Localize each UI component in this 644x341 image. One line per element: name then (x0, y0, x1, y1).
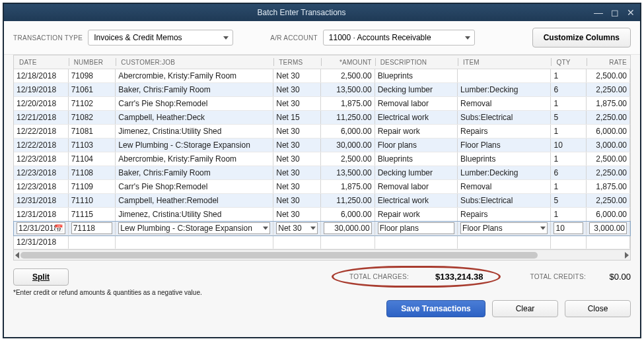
cell-input[interactable]: Floor Plans (460, 222, 548, 234)
footer-note: *Enter credit or refund amounts & quanti… (4, 289, 640, 300)
cell-input[interactable]: Lew Plumbing - C:Storage Expansion (118, 222, 270, 234)
col-description[interactable]: DESCRIPTION (375, 55, 458, 69)
cell: 71102 (69, 97, 116, 110)
col-terms[interactable]: TERMS (273, 55, 321, 69)
cell: 12/23/2018 (14, 152, 69, 166)
cell: 2,250.00 (587, 111, 630, 124)
cell-input[interactable]: 12/31/2018📅 (17, 222, 65, 234)
cell: Blueprints (458, 152, 551, 166)
cell: 12/21/2018 (14, 111, 69, 124)
batch-enter-window: Batch Enter Transactions — ◻ ✕ TRANSACTI… (3, 3, 641, 338)
cell: 6,000.00 (321, 125, 375, 138)
cell (375, 235, 458, 249)
col-qty[interactable]: QTY (551, 55, 587, 69)
transaction-type-dropdown[interactable]: Invoices & Credit Memos (88, 30, 233, 46)
close-icon[interactable]: ✕ (627, 7, 635, 18)
table-row[interactable]: 12/18/201871098Abercrombie, Kristy:Famil… (14, 69, 630, 83)
transactions-grid: DATE NUMBER CUSTOMER:JOB TERMS *AMOUNT D… (13, 55, 631, 250)
clear-button[interactable]: Clear (492, 300, 558, 317)
cell: Electrical work (375, 194, 458, 207)
table-row[interactable]: 12/23/201871109Carr's Pie Shop:RemodelNe… (14, 180, 630, 194)
col-customer[interactable]: CUSTOMER:JOB (116, 55, 273, 69)
cell: 6,000.00 (321, 208, 375, 221)
ar-account-label: A/R ACCOUNT (270, 34, 318, 42)
cell-input[interactable]: 3,000.00 (589, 222, 627, 234)
col-item[interactable]: ITEM (458, 55, 551, 69)
total-charges-label: TOTAL CHARGES: (349, 273, 409, 280)
table-row[interactable]: 12/31/201871115Jimenez, Cristina:Utility… (14, 208, 630, 222)
table-row[interactable]: 12/31/2018📅71118Lew Plumbing - C:Storage… (14, 222, 630, 235)
cell (458, 235, 551, 249)
close-button[interactable]: Close (565, 300, 631, 317)
table-row[interactable]: 12/31/2018 (14, 235, 630, 249)
table-row[interactable]: 12/31/201871110Campbell, Heather:Remodel… (14, 194, 630, 208)
cell (69, 235, 116, 249)
cell: 2,250.00 (587, 166, 630, 179)
cell-input[interactable]: Net 30 (276, 222, 318, 234)
table-row[interactable]: 12/21/201871082Campbell, Heather:DeckNet… (14, 111, 630, 125)
table-row[interactable]: 12/20/201871102Carr's Pie Shop:RemodelNe… (14, 97, 630, 111)
scrollbar-thumb[interactable] (20, 252, 538, 259)
chevron-down-icon (310, 227, 316, 230)
table-row[interactable]: 12/19/201871061Baker, Chris:Family RoomN… (14, 83, 630, 97)
cell[interactable]: 3,000.00 (587, 222, 630, 235)
col-date[interactable]: DATE (14, 55, 69, 69)
cell: 71082 (69, 111, 116, 124)
toolbar: TRANSACTION TYPE Invoices & Credit Memos… (4, 21, 640, 55)
cell: Net 30 (273, 166, 321, 179)
cell[interactable]: Floor plans (375, 222, 458, 235)
cell-input[interactable]: Floor plans (378, 222, 454, 234)
cell-input[interactable]: 10 (554, 222, 583, 234)
cell[interactable]: Floor Plans (458, 222, 551, 235)
cell[interactable]: 10 (551, 222, 587, 235)
horizontal-scrollbar[interactable] (13, 250, 631, 261)
col-number[interactable]: NUMBER (69, 55, 116, 69)
customize-columns-button[interactable]: Customize Columns (532, 28, 631, 47)
cell-input[interactable]: 30,000.00 (324, 222, 372, 234)
maximize-icon[interactable]: ◻ (611, 7, 619, 18)
scroll-right-icon[interactable] (625, 252, 629, 259)
cell: 12/20/2018 (14, 97, 69, 110)
table-row[interactable]: 12/22/201871103Lew Plumbing - C:Storage … (14, 139, 630, 152)
cell: 12/31/2018 (14, 208, 69, 221)
cell[interactable]: Net 30 (273, 222, 321, 235)
chevron-down-icon (540, 227, 546, 230)
save-transactions-button[interactable]: Save Transactions (386, 300, 485, 317)
cell: Electrical work (375, 111, 458, 124)
cell (458, 69, 551, 82)
table-row[interactable]: 12/22/201871081Jimenez, Cristina:Utility… (14, 125, 630, 139)
scroll-left-icon[interactable] (15, 252, 19, 259)
total-credits-value: $0.00 (591, 272, 631, 282)
cell-input[interactable]: 71118 (71, 222, 113, 234)
cell: Net 30 (273, 139, 321, 152)
cell: 5 (551, 111, 587, 124)
split-button[interactable]: Split (13, 268, 69, 286)
cell[interactable]: 71118 (69, 222, 116, 235)
cell: Baker, Chris:Family Room (116, 83, 273, 96)
cell: Subs:Electrical (458, 194, 551, 207)
cell: Jimenez, Cristina:Utility Shed (116, 125, 273, 138)
col-rate[interactable]: RATE (587, 55, 630, 69)
cell[interactable]: 12/31/2018📅 (14, 222, 69, 235)
calendar-icon[interactable]: 📅 (54, 224, 63, 233)
cell: Abercrombie, Kristy:Family Room (116, 69, 273, 82)
cell[interactable]: 30,000.00 (321, 222, 375, 235)
col-amount[interactable]: *AMOUNT (321, 55, 375, 69)
cell: 71103 (69, 139, 116, 152)
cell: Carr's Pie Shop:Remodel (116, 97, 273, 110)
cell: 1 (551, 180, 587, 193)
cell: 1 (551, 152, 587, 166)
cell: Removal labor (375, 180, 458, 193)
cell: Removal (458, 180, 551, 193)
cell: 71098 (69, 69, 116, 82)
cell: Net 30 (273, 125, 321, 138)
ar-account-dropdown[interactable]: 11000 · Accounts Receivable (323, 30, 475, 46)
cell: Floor Plans (458, 139, 551, 152)
cell[interactable]: Lew Plumbing - C:Storage Expansion (116, 222, 273, 235)
cell: 71109 (69, 180, 116, 193)
minimize-icon[interactable]: — (594, 7, 603, 18)
table-row[interactable]: 12/23/201871104Abercrombie, Kristy:Famil… (14, 152, 630, 166)
cell: Repairs (458, 208, 551, 221)
cell: 11,250.00 (321, 111, 375, 124)
table-row[interactable]: 12/23/201871108Baker, Chris:Family RoomN… (14, 166, 630, 180)
